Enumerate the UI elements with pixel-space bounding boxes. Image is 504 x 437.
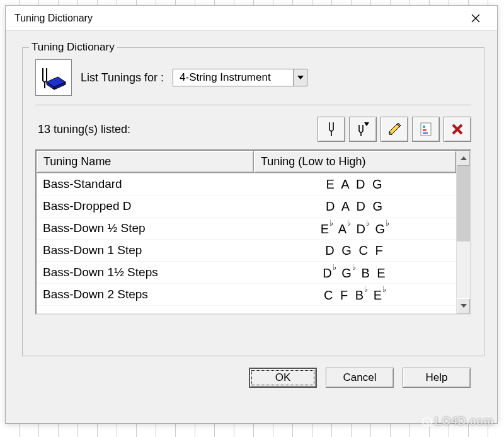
cell-tuning-notes: E A D G bbox=[254, 175, 456, 194]
page-icon bbox=[419, 122, 433, 137]
table-row[interactable]: Bass-Down 1½ StepsD♭ G♭ B E bbox=[37, 262, 456, 284]
table-row[interactable]: Bass-Down 1 StepD G C F bbox=[37, 240, 456, 262]
ok-button[interactable]: OK bbox=[249, 368, 317, 388]
book-tuning-fork-icon bbox=[35, 59, 72, 96]
svg-marker-16 bbox=[389, 124, 399, 134]
cancel-button[interactable]: Cancel bbox=[326, 368, 394, 388]
properties-button[interactable] bbox=[412, 117, 440, 142]
dialog-buttons: OK Cancel Help bbox=[22, 356, 484, 392]
svg-rect-21 bbox=[423, 129, 427, 131]
filter-tuning-button[interactable] bbox=[349, 117, 377, 142]
tuning-dictionary-group: Tuning Dictionary List Tuni bbox=[22, 47, 484, 356]
cell-tuning-notes: D G C F bbox=[254, 241, 456, 260]
delete-tuning-button[interactable] bbox=[444, 117, 471, 142]
delete-icon bbox=[450, 122, 464, 136]
cell-tuning-name: Bass-Down 2 Steps bbox=[37, 285, 254, 304]
cell-tuning-name: Bass-Standard bbox=[37, 175, 254, 194]
scroll-up-button[interactable] bbox=[457, 151, 470, 166]
pencil-icon bbox=[387, 122, 402, 137]
tuning-fork-icon bbox=[324, 121, 338, 137]
scrollbar[interactable] bbox=[456, 151, 470, 313]
table-row[interactable]: Bass-Down 2 StepsC F B♭ E♭ bbox=[37, 284, 456, 306]
table-row[interactable]: Bass-StandardE A D G bbox=[37, 173, 456, 195]
group-legend: Tuning Dictionary bbox=[29, 41, 117, 54]
list-tunings-label: List Tunings for : bbox=[81, 71, 164, 84]
cell-tuning-name: Bass-Down ½ Step bbox=[37, 219, 254, 238]
cell-tuning-notes: E♭ A♭ D♭ G♭ bbox=[254, 218, 456, 239]
tuning-dictionary-dialog: Tuning Dictionary Tuning Dictionary bbox=[5, 5, 498, 424]
cell-tuning-name: Bass-Dropped D bbox=[37, 197, 254, 216]
table-row[interactable]: Bass-Dropped DD A D G bbox=[37, 195, 456, 218]
tuning-count-label: 13 tuning(s) listed: bbox=[35, 123, 130, 136]
scroll-thumb[interactable] bbox=[457, 166, 470, 242]
cell-tuning-notes: D♭ G♭ B E bbox=[254, 262, 456, 283]
chevron-down-icon[interactable] bbox=[293, 69, 307, 86]
dialog-title: Tuning Dictionary bbox=[14, 13, 93, 24]
cell-tuning-notes: C F B♭ E♭ bbox=[254, 284, 456, 305]
table-row[interactable]: Bass-Down ½ StepE♭ A♭ D♭ G♭ bbox=[37, 218, 456, 240]
svg-rect-22 bbox=[423, 132, 428, 134]
cell-tuning-notes: D A D G bbox=[254, 197, 456, 216]
instrument-combo[interactable]: 4-String Instrument bbox=[173, 69, 307, 86]
chevron-down-icon bbox=[461, 304, 467, 308]
table-body: Bass-StandardE A D GBass-Dropped DD A D … bbox=[37, 173, 456, 306]
magnifier-icon bbox=[422, 417, 432, 427]
svg-marker-26 bbox=[461, 304, 467, 308]
tuning-table: Tuning Name Tuning (Low to High) Bass-St… bbox=[35, 149, 471, 315]
svg-marker-8 bbox=[297, 76, 304, 79]
svg-marker-25 bbox=[461, 156, 467, 160]
scroll-track[interactable] bbox=[457, 166, 470, 298]
scroll-down-button[interactable] bbox=[457, 298, 470, 313]
table-header: Tuning Name Tuning (Low to High) bbox=[37, 151, 456, 173]
divider bbox=[35, 105, 471, 105]
tuning-fork-filter-icon bbox=[355, 121, 370, 137]
edit-tuning-button[interactable] bbox=[381, 117, 408, 142]
help-button[interactable]: Help bbox=[403, 368, 471, 388]
watermark: LO4D.com bbox=[422, 415, 494, 428]
svg-rect-20 bbox=[423, 125, 425, 128]
close-icon bbox=[471, 14, 480, 23]
cell-tuning-name: Bass-Down 1½ Steps bbox=[37, 263, 254, 282]
column-tuning-name[interactable]: Tuning Name bbox=[37, 151, 254, 173]
titlebar: Tuning Dictionary bbox=[6, 6, 497, 31]
close-button[interactable] bbox=[463, 9, 488, 28]
column-tuning-notes[interactable]: Tuning (Low to High) bbox=[254, 151, 456, 173]
cell-tuning-name: Bass-Down 1 Step bbox=[37, 241, 254, 260]
toolbar bbox=[318, 117, 471, 142]
svg-marker-15 bbox=[364, 122, 369, 126]
instrument-combo-value: 4-String Instrument bbox=[173, 69, 293, 86]
add-tuning-button[interactable] bbox=[318, 117, 345, 142]
chevron-up-icon bbox=[461, 156, 467, 160]
